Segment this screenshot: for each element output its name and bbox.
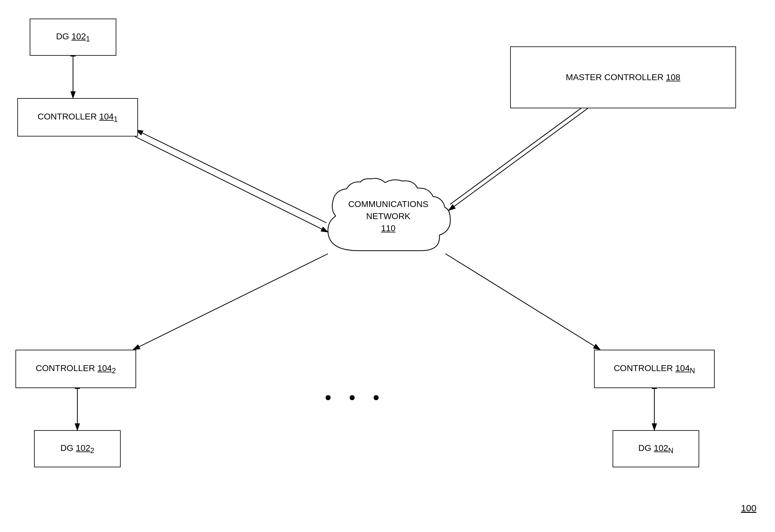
dgN-box: DG 102N [613, 430, 699, 467]
controller2-label: CONTROLLER 1042 [36, 363, 116, 376]
dg1-box: DG 1021 [30, 19, 116, 56]
network-label: COMMUNICATIONS NETWORK 110 [303, 198, 473, 234]
dg2-label: DG 1022 [60, 443, 94, 455]
controller1-label: CONTROLLER 1041 [38, 111, 118, 124]
dgN-label: DG 102N [638, 443, 673, 455]
svg-line-5 [136, 130, 326, 223]
network-cloud: COMMUNICATIONS NETWORK 110 [303, 176, 473, 273]
master-controller-box: MASTER CONTROLLER 108 [510, 46, 736, 108]
diagram-ref-number: 100 [741, 503, 756, 513]
dg2-box: DG 1022 [34, 430, 121, 467]
controllerN-box: CONTROLLER 104N [594, 350, 715, 388]
ellipsis-dots: • • • [325, 387, 385, 408]
dg1-label: DG 1021 [56, 31, 90, 44]
controllerN-label: CONTROLLER 104N [614, 363, 695, 376]
master-controller-label: MASTER CONTROLLER 108 [566, 72, 680, 83]
controller2-box: CONTROLLER 1042 [15, 350, 136, 388]
svg-line-4 [135, 136, 328, 232]
diagram: DG 1021 CONTROLLER 1041 MASTER CONTROLLE… [0, 0, 775, 532]
svg-line-8 [133, 254, 328, 350]
controller1-box: CONTROLLER 1041 [17, 98, 138, 136]
